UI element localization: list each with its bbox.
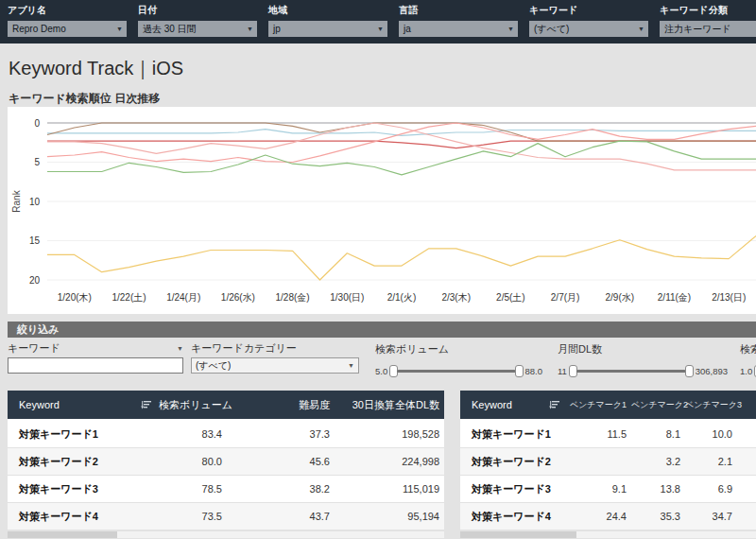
y-axis-tick-label: 5 xyxy=(34,157,40,167)
table-row[interactable]: 対策キーワード23.22.1 xyxy=(460,448,756,476)
top-filter-dropdown[interactable]: 注力キーワード▼ xyxy=(660,21,756,37)
column-header-label: ベンチマーク1 xyxy=(570,400,627,409)
horizontal-scrollbar[interactable] xyxy=(460,531,756,538)
x-axis-tick-label: 1/22(土) xyxy=(112,292,146,303)
column-header[interactable]: 検索ボリューム xyxy=(159,398,227,412)
keyword-category-filter-group: キーワードカテゴリー (すべて) ▼ xyxy=(191,342,359,374)
column-header-keyword[interactable]: Keyword xyxy=(460,399,567,410)
table-inner: Keywordベンチマーク1ベンチマーク2ベンチマーク3対策キーワード111.5… xyxy=(460,391,756,538)
table-row[interactable]: 対策キーワード424.435.334.7 xyxy=(460,503,756,530)
y-axis-tick-label: 20 xyxy=(29,275,41,286)
chevron-down-icon: ▼ xyxy=(348,362,354,369)
top-filter-dropdown[interactable]: Repro Demo▼ xyxy=(8,21,127,37)
table-row[interactable]: 対策キーワード280.045.6224,998 xyxy=(8,448,444,476)
value-cell: 80.0 xyxy=(159,456,227,467)
chevron-down-icon[interactable]: ▼ xyxy=(177,345,183,352)
value-cell: 2.1 xyxy=(685,456,737,467)
table-row[interactable]: 対策キーワード473.543.795,194 xyxy=(8,503,444,530)
value-cell: 35.3 xyxy=(631,511,685,522)
x-axis-tick-label: 2/13(日) xyxy=(712,292,746,303)
rank-line-pink[interactable] xyxy=(47,123,756,170)
top-filter-dropdown[interactable]: 過去 30 日間▼ xyxy=(138,21,257,37)
keyword-category-dropdown[interactable]: (すべて) ▼ xyxy=(191,357,359,374)
scrollbar-thumb[interactable] xyxy=(8,531,117,538)
slider-track[interactable] xyxy=(397,370,515,373)
slider-max-value: 88.0 xyxy=(525,366,543,376)
rank-line-cyan[interactable] xyxy=(47,130,756,136)
value-cell: 78.5 xyxy=(159,483,227,495)
slider-handle-right[interactable] xyxy=(685,365,694,377)
column-header[interactable]: 難易度 xyxy=(227,398,335,412)
rank-line-green[interactable] xyxy=(47,141,756,175)
keyword-filter-label: キーワード xyxy=(8,341,60,356)
keyword-benchmark-table: Keywordベンチマーク1ベンチマーク2ベンチマーク3対策キーワード111.5… xyxy=(460,391,756,538)
dashboard-root: アプリ名Repro Demo▼日付過去 30 日間▼地域jp▼言語ja▼キーワー… xyxy=(0,0,756,539)
top-filter-5: キーワード分類注力キーワード▼ xyxy=(660,4,756,37)
rank-line-yellow[interactable] xyxy=(47,236,756,281)
top-filter-dropdown[interactable]: jp▼ xyxy=(268,21,387,37)
keyword-filter-input[interactable] xyxy=(8,357,183,374)
x-axis-tick-label: 1/26(水) xyxy=(221,292,255,303)
value-cell: 6.9 xyxy=(685,483,737,495)
table-row[interactable]: 対策キーワード111.58.110.0 xyxy=(460,421,756,448)
table-header-row: Keyword検索ボリューム難易度30日換算全体DL数 xyxy=(8,391,444,421)
slider-max-value: 306,893 xyxy=(696,366,728,376)
top-filter-dropdown[interactable]: (すべて)▼ xyxy=(529,21,648,37)
scrollbar-thumb[interactable] xyxy=(460,531,576,538)
slider-min-value: 5.0 xyxy=(375,366,387,376)
rank-trend-chart[interactable]: 05101520Rank1/20(木)1/22(土)1/24(月)1/26(水)… xyxy=(8,107,756,314)
table-row[interactable]: 対策キーワード183.437.3198,528 xyxy=(8,421,444,448)
slider-track[interactable] xyxy=(576,370,686,373)
value-cell: 198,528 xyxy=(335,428,444,440)
keyword-category-value: (すべて) xyxy=(196,359,231,373)
value-cell: 95,194 xyxy=(335,511,444,522)
column-header[interactable]: ベンチマーク1 xyxy=(567,399,631,411)
table-row[interactable]: 対策キーワード39.113.86.9 xyxy=(460,476,756,503)
top-filter-dropdown[interactable]: ja▼ xyxy=(399,21,518,37)
y-axis-tick-label: 15 xyxy=(29,235,41,246)
value-cell: 13.8 xyxy=(631,483,685,495)
top-filter-label: 地域 xyxy=(268,4,387,17)
sort-icon[interactable] xyxy=(549,400,559,409)
keyword-cell: 対策キーワード1 xyxy=(8,427,159,442)
chevron-down-icon: ▼ xyxy=(638,26,644,32)
column-header-label: ベンチマーク2 xyxy=(631,400,688,409)
top-filter-value: 過去 30 日間 xyxy=(143,23,197,36)
top-filter-4: キーワード(すべて)▼ xyxy=(529,4,648,37)
rank-line-brown[interactable] xyxy=(47,123,756,141)
slider-label: 検索ボリューム xyxy=(375,342,542,356)
top-filter-3: 言語ja▼ xyxy=(399,4,518,37)
value-cell: 10.0 xyxy=(685,428,737,440)
value-cell: 9.1 xyxy=(567,483,631,495)
keyword-filter-group: キーワード ▼ xyxy=(8,342,183,374)
slider-handle-right[interactable] xyxy=(515,365,524,377)
rank-line-red[interactable] xyxy=(47,141,756,148)
sort-icon[interactable] xyxy=(141,400,151,409)
keyword-metrics-table: Keyword検索ボリューム難易度30日換算全体DL数対策キーワード183.43… xyxy=(8,391,444,538)
keyword-cell: 対策キーワード2 xyxy=(8,455,159,469)
value-cell: 224,998 xyxy=(335,456,444,467)
x-axis-tick-label: 1/30(日) xyxy=(330,292,364,303)
keyword-cell: 対策キーワード3 xyxy=(8,482,159,496)
column-header[interactable]: ベンチマーク3 xyxy=(685,399,737,411)
x-axis-tick-label: 2/5(土) xyxy=(496,292,525,303)
x-axis-tick-label: 2/7(月) xyxy=(551,292,580,303)
column-header-label: Keyword xyxy=(19,399,60,410)
top-filter-bar: アプリ名Repro Demo▼日付過去 30 日間▼地域jp▼言語ja▼キーワー… xyxy=(0,0,756,43)
top-filter-label: アプリ名 xyxy=(8,4,127,17)
value-cell: 8.1 xyxy=(631,428,685,440)
slider-min-value: 11 xyxy=(558,366,567,376)
top-filter-value: (すべて) xyxy=(534,23,569,36)
table-row[interactable]: 対策キーワード378.538.2115,019 xyxy=(8,476,444,503)
keyword-cell: 対策キーワード4 xyxy=(460,510,567,524)
y-axis-title: Rank xyxy=(11,189,22,212)
column-header[interactable]: 30日換算全体DL数 xyxy=(335,398,444,412)
value-cell: 34.7 xyxy=(685,511,737,522)
top-filter-label: キーワード分類 xyxy=(660,4,756,17)
slider-label: 検索 xyxy=(740,342,756,356)
column-header-keyword[interactable]: Keyword xyxy=(8,399,159,410)
page-title: Keyword Track｜iOS xyxy=(9,56,183,81)
horizontal-scrollbar[interactable] xyxy=(8,531,444,538)
value-cell: 38.2 xyxy=(227,483,335,495)
column-header[interactable]: ベンチマーク2 xyxy=(631,399,685,411)
